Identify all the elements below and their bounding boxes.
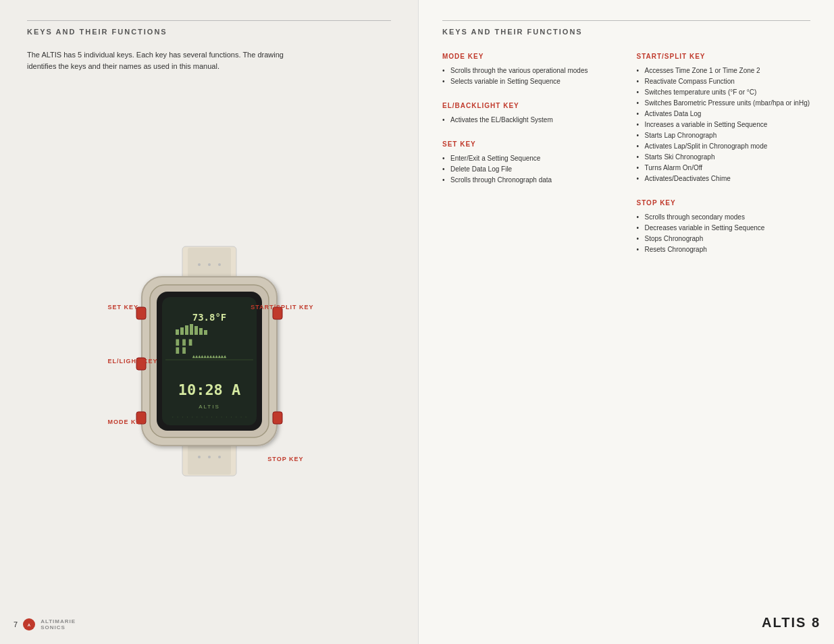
page-number-right: ALTIS 8 bbox=[762, 615, 820, 630]
set-key-label: SET KEY bbox=[108, 304, 139, 311]
keys-grid: MODE KEY Scrolls through the various ope… bbox=[442, 53, 810, 270]
svg-point-4 bbox=[218, 263, 221, 266]
start-split-key-label: START/SPLIT KEY bbox=[251, 304, 313, 311]
start-split-key-section: START/SPLIT KEY Accesses Time Zone 1 or … bbox=[637, 53, 811, 184]
left-section-header: KEYS AND THEIR FUNCTIONS bbox=[27, 20, 391, 36]
el-backlight-key-list: Activates the EL/Backlight System bbox=[442, 115, 617, 126]
watch-illustration: 73.8°F ▐▌▐▌▐▌ ▐▌▐▌ bbox=[27, 99, 391, 624]
svg-text:▲▲▲▲▲▲▲▲▲▲▲▲: ▲▲▲▲▲▲▲▲▲▲▲▲ bbox=[192, 354, 226, 359]
list-item: Decreases variable in Setting Sequence bbox=[637, 223, 811, 234]
svg-rect-33 bbox=[273, 412, 282, 424]
list-item: Starts Lap Chronograph bbox=[637, 130, 811, 141]
svg-text:▐▌▐▌: ▐▌▐▌ bbox=[174, 347, 187, 354]
list-item: Activates/Deactivates Chime bbox=[637, 173, 811, 184]
list-item: Turns Alarm On/Off bbox=[637, 163, 811, 173]
left-column: MODE KEY Scrolls through the various ope… bbox=[442, 53, 617, 270]
stop-key-title: STOP KEY bbox=[637, 199, 811, 207]
el-backlight-key-title: EL/BACKLIGHT KEY bbox=[442, 102, 617, 109]
mode-key-list: Scrolls through the various operational … bbox=[442, 65, 617, 87]
list-item: Scrolls through Chronograph data bbox=[442, 175, 617, 186]
right-column: START/SPLIT KEY Accesses Time Zone 1 or … bbox=[637, 53, 811, 270]
intro-text: The ALTIS has 5 individual keys. Each ke… bbox=[27, 49, 311, 72]
list-item: Enter/Exit a Setting Sequence bbox=[442, 153, 617, 164]
svg-point-2 bbox=[198, 263, 201, 266]
el-light-key-label: EL/LIGHT KEY bbox=[108, 358, 158, 365]
svg-rect-20 bbox=[199, 328, 203, 335]
right-panel: english KEYS AND THEIR FUNCTIONS MODE KE… bbox=[419, 0, 834, 644]
stop-key-section: STOP KEY Scrolls through secondary modes… bbox=[637, 199, 811, 255]
start-split-key-list: Accesses Time Zone 1 or Time Zone 2 Reac… bbox=[637, 65, 811, 184]
page-number-left: 7 A ALTIMARIESONICS bbox=[14, 618, 76, 630]
list-item: Selects variable in Setting Sequence bbox=[442, 76, 617, 87]
list-item: Activates the EL/Backlight System bbox=[442, 115, 617, 126]
svg-rect-16 bbox=[180, 327, 184, 335]
list-item: Switches temperature units (°F or °C) bbox=[637, 87, 811, 98]
svg-point-3 bbox=[208, 263, 211, 266]
svg-point-7 bbox=[198, 456, 201, 458]
svg-text:ALTIS: ALTIS bbox=[199, 404, 220, 410]
list-item: Scrolls through secondary modes bbox=[637, 212, 811, 223]
list-item: Scrolls through the various operational … bbox=[442, 65, 617, 76]
svg-text:73.8°F: 73.8°F bbox=[192, 312, 226, 323]
list-item: Switches Barometric Pressure units (mbar… bbox=[637, 98, 811, 109]
set-key-section: SET KEY Enter/Exit a Setting Sequence De… bbox=[442, 140, 617, 186]
list-item: Activates Lap/Split in Chronograph mode bbox=[637, 141, 811, 152]
svg-text:▐▌▐▌▐▌: ▐▌▐▌▐▌ bbox=[174, 339, 194, 346]
list-item: Reactivate Compass Function bbox=[637, 76, 811, 87]
list-item: Resets Chronograph bbox=[637, 244, 811, 255]
list-item: Stops Chronograph bbox=[637, 234, 811, 244]
svg-point-8 bbox=[208, 456, 211, 458]
svg-text:· · · · · · · · · · · · · · · : · · · · · · · · · · · · · · · · bbox=[172, 414, 247, 419]
svg-rect-21 bbox=[204, 330, 207, 335]
list-item: Accesses Time Zone 1 or Time Zone 2 bbox=[637, 65, 811, 76]
stop-key-label: STOP KEY bbox=[267, 456, 303, 462]
svg-point-9 bbox=[218, 456, 221, 458]
mode-key-section: MODE KEY Scrolls through the various ope… bbox=[442, 53, 617, 87]
svg-rect-19 bbox=[194, 326, 198, 335]
svg-text:10:28 A: 10:28 A bbox=[178, 381, 240, 398]
svg-text:A: A bbox=[28, 623, 31, 627]
list-item: Activates Data Log bbox=[637, 109, 811, 119]
start-split-key-title: START/SPLIT KEY bbox=[637, 53, 811, 60]
list-item: Starts Ski Chronograph bbox=[637, 152, 811, 163]
set-key-list: Enter/Exit a Setting Sequence Delete Dat… bbox=[442, 153, 617, 186]
svg-rect-18 bbox=[190, 324, 193, 335]
mode-key-label: MODE KEY bbox=[108, 419, 146, 425]
el-backlight-key-section: EL/BACKLIGHT KEY Activates the EL/Backli… bbox=[442, 102, 617, 126]
set-key-title: SET KEY bbox=[442, 140, 617, 148]
mode-key-title: MODE KEY bbox=[442, 53, 617, 60]
svg-rect-17 bbox=[185, 325, 188, 335]
right-section-header: KEYS AND THEIR FUNCTIONS bbox=[442, 20, 810, 36]
brand-logo: A bbox=[23, 618, 35, 630]
list-item: Delete Data Log File bbox=[442, 164, 617, 175]
list-item: Increases a variable in Setting Sequence bbox=[637, 119, 811, 130]
left-panel: english KEYS AND THEIR FUNCTIONS The ALT… bbox=[0, 0, 419, 644]
svg-rect-15 bbox=[176, 329, 179, 335]
stop-key-list: Scrolls through secondary modes Decrease… bbox=[637, 212, 811, 255]
